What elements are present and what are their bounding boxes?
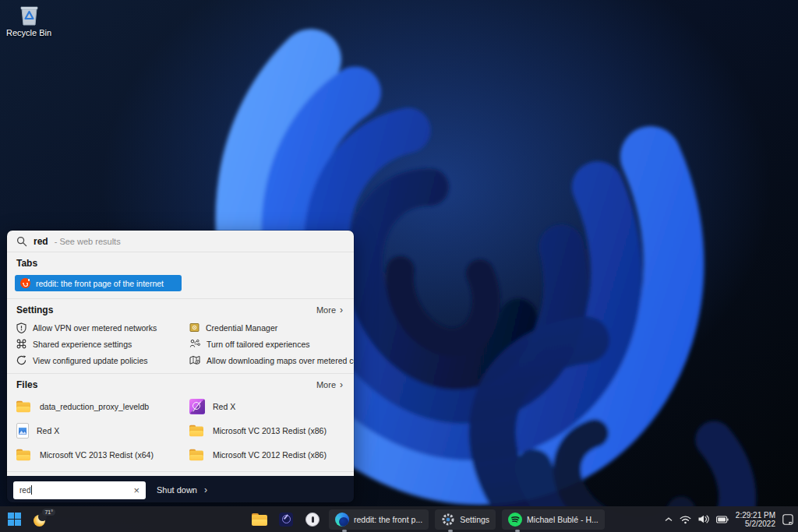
open-window-indicator <box>342 530 347 532</box>
search-results-area: red - See web results Tabs reddit: the f… <box>7 231 354 476</box>
file-item-vc2013-x86[interactable]: Microsoft VC 2013 Redist (x86) <box>180 418 354 442</box>
tabs-section: Tabs reddit: the front page of the inter… <box>7 252 354 299</box>
chevron-right-icon: › <box>340 305 343 315</box>
file-item-data-reduction[interactable]: data_reduction_proxy_leveldb <box>7 394 180 418</box>
recycle-bin-label: Recycle Bin <box>6 28 51 37</box>
tab-result-reddit[interactable]: reddit: the front page of the internet <box>15 275 182 291</box>
clear-search-icon[interactable]: × <box>133 485 139 495</box>
files-section: Files More › data_reduction_proxy_leveld… <box>7 374 354 472</box>
taskbar: 71° reddit: the front p... <box>0 506 798 532</box>
chevron-right-icon: › <box>340 380 343 389</box>
speaker-icon <box>698 515 709 523</box>
setting-item-maps-metered[interactable]: Allow downloading maps over metered conn… <box>180 352 355 368</box>
setting-item-update-policies[interactable]: View configured update policies <box>7 352 180 368</box>
file-explorer-icon <box>252 513 267 526</box>
image-file-icon <box>16 423 29 439</box>
taskbar-window-spotify[interactable]: Michael Bublé - H... <box>502 509 605 530</box>
file-item-redx-image[interactable]: Red X <box>7 418 180 442</box>
search-input[interactable]: red × <box>13 481 146 499</box>
credential-manager-icon <box>189 322 200 333</box>
setting-item-vpn[interactable]: Allow VPN over metered networks <box>7 319 180 336</box>
folder-icon <box>189 449 203 460</box>
search-input-value: red <box>19 486 30 495</box>
chevron-up-icon <box>665 517 673 522</box>
window-title: Michael Bublé - H... <box>527 515 598 524</box>
temperature-badge: 71° <box>42 509 55 516</box>
search-flyout: red - See web results Tabs reddit: the f… <box>6 230 355 503</box>
battery-icon <box>716 516 729 523</box>
widgets-button[interactable]: 71° <box>32 510 52 529</box>
battery-button[interactable] <box>716 516 729 523</box>
onepassword-icon <box>305 513 320 527</box>
file-item-vc2012-x86[interactable]: Microsoft VC 2012 Redist (x86) <box>180 442 354 467</box>
reddit-icon <box>20 278 30 288</box>
spotify-icon <box>508 513 522 527</box>
folder-icon <box>16 400 30 411</box>
taskbar-window-settings[interactable]: Settings <box>435 509 496 530</box>
files-more-button[interactable]: More › <box>316 380 343 389</box>
settings-section-title: Settings <box>16 305 53 315</box>
notification-center-button[interactable] <box>782 514 793 525</box>
shared-experience-icon <box>16 339 26 349</box>
clock[interactable]: 2:29:21 PM 5/2/2022 <box>736 511 775 528</box>
screen: Recycle Bin red - See web results Tabs r… <box>0 0 798 532</box>
recycle-bin-icon <box>19 3 40 26</box>
setting-item-tailored-experiences[interactable]: Turn off tailored experiences <box>180 336 354 352</box>
taskbar-aperture-app[interactable] <box>276 509 296 530</box>
settings-more-button[interactable]: More › <box>316 305 343 315</box>
file-item-vc2013-x64[interactable]: Microsoft VC 2013 Redist (x64) <box>7 442 180 467</box>
recycle-bin[interactable]: Recycle Bin <box>2 3 56 37</box>
text-caret <box>31 485 32 495</box>
settings-section: Settings More › Allow VPN over metered n… <box>7 299 354 374</box>
wifi-icon <box>680 515 691 524</box>
open-window-indicator <box>515 530 520 532</box>
open-window-indicator <box>448 530 453 532</box>
affinity-photo-icon <box>189 399 205 414</box>
files-section-title: Files <box>16 379 37 390</box>
update-policies-icon <box>16 355 26 365</box>
setting-item-shared-experience[interactable]: Shared experience settings <box>7 336 180 352</box>
settings-gear-icon <box>441 513 455 527</box>
tabs-section-title: Tabs <box>16 258 37 269</box>
search-icon <box>16 236 27 247</box>
wifi-button[interactable] <box>680 515 691 524</box>
search-query-suggestion[interactable]: red - See web results <box>7 231 354 252</box>
vpn-shield-icon <box>16 322 26 333</box>
shutdown-label: Shut down <box>157 485 197 495</box>
notification-icon <box>782 514 793 525</box>
file-item-redx-affinity[interactable]: Red X <box>180 394 354 418</box>
window-title: Settings <box>460 515 489 524</box>
search-panel-footer: red × Shut down › <box>7 476 354 503</box>
tray-date: 5/2/2022 <box>745 520 775 528</box>
start-button[interactable] <box>8 513 21 526</box>
window-title: reddit: the front p... <box>354 515 422 524</box>
tray-time: 2:29:21 PM <box>736 511 775 520</box>
folder-icon <box>189 425 203 435</box>
chevron-right-icon: › <box>204 484 207 495</box>
volume-button[interactable] <box>698 515 709 523</box>
edge-icon <box>335 513 349 527</box>
tailored-experiences-icon <box>189 339 200 349</box>
shutdown-button[interactable]: Shut down › <box>157 484 207 495</box>
show-hidden-icons-button[interactable] <box>665 517 673 522</box>
taskbar-file-explorer[interactable] <box>249 509 270 530</box>
aperture-app-icon <box>279 513 293 527</box>
search-query-text: red <box>34 236 48 247</box>
moon-icon <box>34 515 45 527</box>
maps-metered-icon <box>189 355 200 365</box>
see-web-results-hint: - See web results <box>55 237 121 246</box>
taskbar-window-edge[interactable]: reddit: the front p... <box>329 509 429 530</box>
taskbar-onepassword[interactable] <box>302 509 323 530</box>
setting-item-credential-manager[interactable]: Credential Manager <box>180 319 354 336</box>
folder-icon <box>16 449 30 460</box>
tab-result-label: reddit: the front page of the internet <box>36 279 164 288</box>
